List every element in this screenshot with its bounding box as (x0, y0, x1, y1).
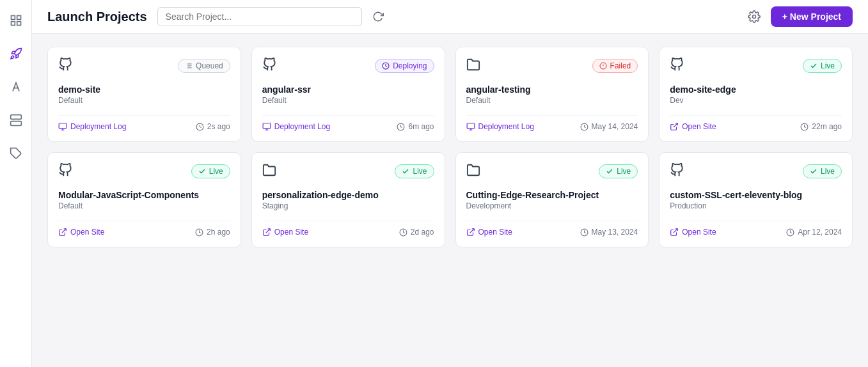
card-footer: Open Site Apr 12, 2024 (670, 221, 842, 237)
deployment-log-link[interactable]: Deployment Log (262, 122, 330, 131)
status-badge: Live (191, 164, 230, 178)
card-header: Live (466, 163, 638, 180)
project-name: custom-SSL-cert-eleventy-blog (670, 190, 842, 200)
status-badge: Deploying (375, 59, 434, 73)
project-name: demo-site (58, 84, 230, 95)
status-badge: Live (395, 164, 434, 178)
card-body: angular-ssr Default (262, 79, 434, 107)
project-time: May 13, 2024 (580, 228, 638, 237)
card-footer: Open Site May 13, 2024 (466, 221, 638, 237)
lambda-icon[interactable] (6, 77, 26, 97)
svg-rect-3 (17, 22, 20, 26)
card-footer: Deployment Log 6m ago (262, 115, 434, 131)
new-project-button[interactable]: + New Project (771, 6, 853, 27)
project-env: Default (262, 96, 434, 105)
svg-rect-4 (10, 115, 21, 120)
svg-point-9 (752, 15, 755, 19)
sidebar (0, 0, 32, 367)
project-card: Deploying angular-ssr Default Deployment… (251, 47, 445, 142)
open-site-link[interactable]: Open Site (466, 228, 512, 237)
github-icon (262, 58, 276, 74)
status-badge: Failed (592, 59, 638, 73)
header: Launch Projects + New Project (32, 0, 868, 34)
project-env: Default (58, 201, 230, 210)
card-header: Live (670, 58, 842, 74)
page-title: Launch Projects (47, 10, 147, 24)
open-site-link[interactable]: Open Site (262, 228, 308, 237)
card-body: demo-site Default (58, 79, 230, 107)
card-body: demo-site-edge Dev (670, 79, 842, 107)
svg-rect-2 (11, 22, 15, 26)
project-name: angular-ssr (262, 84, 434, 95)
card-footer: Open Site 2h ago (58, 221, 230, 237)
folder-icon (466, 58, 480, 74)
project-name: Modular-JavaScript-Components (58, 190, 230, 200)
refresh-button[interactable] (372, 11, 384, 22)
project-env: Development (466, 201, 638, 210)
project-name: personalization-edge-demo (262, 190, 434, 200)
card-body: angular-testing Default (466, 79, 638, 107)
deployment-log-link[interactable]: Deployment Log (58, 122, 126, 131)
github-icon (670, 163, 684, 180)
svg-line-40 (674, 229, 677, 233)
card-header: Live (670, 163, 842, 180)
open-site-link[interactable]: Open Site (58, 228, 104, 237)
project-env: Dev (670, 96, 842, 105)
github-icon (670, 58, 684, 74)
project-card: Live Modular-JavaScript-Components Defau… (47, 152, 241, 247)
card-header: Live (262, 163, 434, 180)
svg-rect-28 (467, 123, 475, 129)
github-icon (58, 163, 72, 180)
card-body: Cutting-Edge-Research-Project Developmen… (466, 185, 638, 213)
status-badge: Live (803, 59, 842, 73)
svg-line-34 (62, 229, 66, 233)
card-footer: Deployment Log 2s ago (58, 115, 230, 131)
open-site-link[interactable]: Open Site (670, 228, 716, 237)
rocket-icon[interactable] (6, 43, 26, 64)
card-footer: Deployment Log May 14, 2024 (466, 115, 638, 131)
svg-rect-21 (263, 123, 271, 129)
search-input[interactable] (157, 7, 362, 26)
open-site-link[interactable]: Open Site (670, 122, 716, 131)
project-name: demo-site-edge (670, 84, 842, 95)
svg-rect-1 (17, 16, 20, 20)
project-time: 22m ago (800, 122, 842, 131)
server-icon[interactable] (6, 110, 26, 130)
project-time: May 14, 2024 (580, 122, 638, 131)
project-card: Queued demo-site Default Deployment Log … (47, 47, 241, 142)
card-body: Modular-JavaScript-Components Default (58, 185, 230, 213)
card-footer: Open Site 2d ago (262, 221, 434, 237)
project-env: Default (466, 96, 638, 105)
puzzle-icon[interactable] (6, 143, 26, 164)
svg-line-32 (674, 123, 677, 127)
project-card: Live demo-site-edge Dev Open Site 22m ag… (659, 47, 853, 142)
card-header: Deploying (262, 58, 434, 74)
project-card: Live personalization-edge-demo Staging O… (251, 152, 445, 247)
settings-button[interactable] (748, 10, 761, 23)
project-time: 2s ago (196, 122, 230, 131)
main-content: Launch Projects + New Project Queued dem… (32, 0, 868, 367)
card-header: Live (58, 163, 230, 180)
project-card: Live Cutting-Edge-Research-Project Devel… (455, 152, 649, 247)
projects-grid: Queued demo-site Default Deployment Log … (47, 47, 853, 247)
svg-line-38 (470, 229, 473, 233)
grid-icon[interactable] (6, 10, 26, 31)
project-name: angular-testing (466, 84, 638, 95)
project-card: Live custom-SSL-cert-eleventy-blog Produ… (659, 152, 853, 247)
folder-icon (466, 163, 480, 180)
svg-rect-0 (11, 16, 15, 20)
svg-rect-16 (59, 123, 67, 129)
project-env: Staging (262, 201, 434, 210)
status-badge: Queued (178, 59, 230, 73)
deployment-log-link[interactable]: Deployment Log (466, 122, 534, 131)
svg-line-36 (266, 229, 270, 233)
project-time: 2h ago (195, 228, 230, 237)
github-icon (58, 58, 72, 74)
project-card: Failed angular-testing Default Deploymen… (455, 47, 649, 142)
card-header: Queued (58, 58, 230, 74)
folder-icon (262, 163, 276, 180)
project-env: Default (58, 96, 230, 105)
project-time: 6m ago (397, 122, 434, 131)
card-footer: Open Site 22m ago (670, 115, 842, 131)
status-badge: Live (599, 164, 638, 178)
